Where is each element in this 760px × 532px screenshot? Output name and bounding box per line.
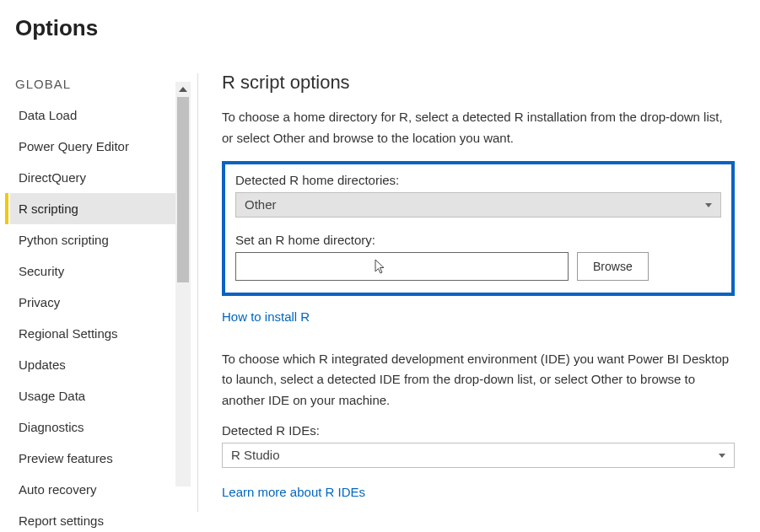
- learn-more-ides-link[interactable]: Learn more about R IDEs: [222, 485, 365, 499]
- home-directory-description: To choose a home directory for R, select…: [222, 107, 735, 149]
- layout: GLOBAL Data Load Power Query Editor Dire…: [0, 65, 760, 529]
- sidebar-item-updates[interactable]: Updates: [10, 349, 191, 380]
- sidebar-scrollbar[interactable]: [175, 82, 191, 486]
- sidebar-item-data-load[interactable]: Data Load: [10, 99, 191, 131]
- section-title: R script options: [222, 72, 735, 94]
- detected-ide-label: Detected R IDEs:: [222, 423, 735, 438]
- detected-ide-value: R Studio: [231, 448, 280, 462]
- sidebar-item-privacy[interactable]: Privacy: [10, 287, 191, 318]
- sidebar-item-usage-data[interactable]: Usage Data: [10, 380, 191, 411]
- r-home-highlight-box: Detected R home directories: Other Set a…: [222, 161, 735, 296]
- scroll-up-icon[interactable]: [175, 82, 191, 97]
- sidebar: GLOBAL Data Load Power Query Editor Dire…: [0, 65, 191, 529]
- sidebar-item-r-scripting[interactable]: R scripting: [10, 193, 191, 224]
- chevron-down-icon: [705, 201, 712, 209]
- sidebar-item-regional-settings[interactable]: Regional Settings: [10, 318, 191, 349]
- detected-home-dir-value: Other: [245, 197, 277, 212]
- sidebar-item-auto-recovery[interactable]: Auto recovery: [10, 474, 191, 505]
- sidebar-item-preview-features[interactable]: Preview features: [10, 443, 191, 474]
- chevron-down-icon: [719, 451, 725, 459]
- set-home-dir-row: Browse: [235, 252, 721, 281]
- set-home-dir-label: Set an R home directory:: [235, 233, 721, 247]
- ide-description: To choose which R integrated development…: [222, 349, 735, 411]
- page-title: Options: [0, 0, 760, 65]
- sidebar-item-security[interactable]: Security: [10, 255, 191, 287]
- sidebar-item-power-query-editor[interactable]: Power Query Editor: [10, 131, 191, 162]
- sidebar-item-report-settings[interactable]: Report settings: [10, 505, 191, 532]
- sidebar-item-python-scripting[interactable]: Python scripting: [10, 224, 191, 255]
- detected-home-dir-select[interactable]: Other: [235, 192, 721, 218]
- sidebar-item-diagnostics[interactable]: Diagnostics: [10, 411, 191, 443]
- sidebar-heading-global: GLOBAL: [15, 77, 191, 91]
- r-home-dir-input[interactable]: [235, 252, 569, 281]
- browse-button[interactable]: Browse: [577, 252, 649, 281]
- vertical-divider: [197, 73, 198, 512]
- sidebar-item-directquery[interactable]: DirectQuery: [10, 162, 191, 193]
- detected-ide-select[interactable]: R Studio: [222, 443, 735, 468]
- scroll-thumb[interactable]: [177, 97, 189, 282]
- how-to-install-r-link[interactable]: How to install R: [222, 309, 310, 324]
- detected-home-dir-label: Detected R home directories:: [235, 173, 721, 187]
- content-panel: R script options To choose a home direct…: [205, 65, 760, 529]
